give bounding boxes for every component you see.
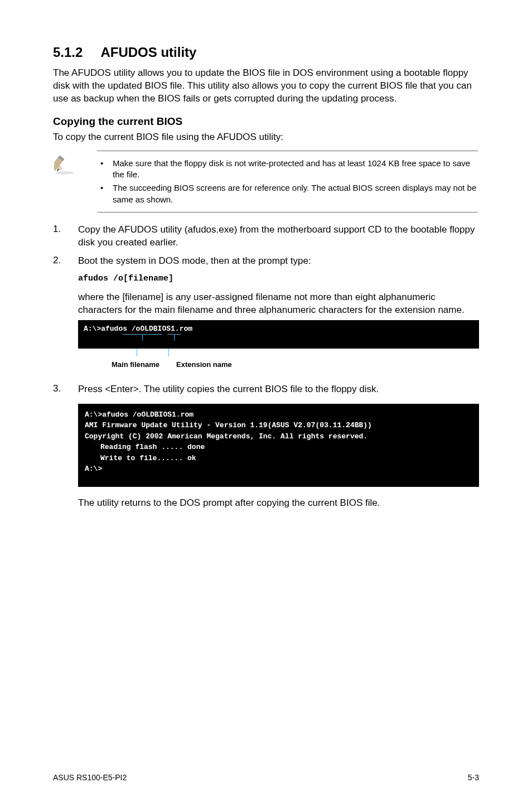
note-block: •Make sure that the floppy disk is not w… bbox=[53, 149, 479, 214]
section-heading: 5.1.2AFUDOS utility bbox=[53, 45, 479, 60]
footer-left: ASUS RS100-E5-PI2 bbox=[53, 773, 127, 782]
page-footer: ASUS RS100-E5-PI2 5-3 bbox=[53, 773, 479, 782]
terminal-line: A:\>afudos /oOLDBIOS1.rom bbox=[85, 409, 472, 421]
code-command: afudos /o[filename] bbox=[78, 273, 479, 284]
annotation-extension-name: Extension name bbox=[176, 351, 232, 370]
annotation-row: Main filename Extension name bbox=[78, 351, 479, 370]
pencil-icon bbox=[54, 167, 81, 177]
intro-paragraph: The AFUDOS utility allows you to update … bbox=[53, 67, 479, 105]
step-item: 1. Copy the AFUDOS utility (afudos.exe) … bbox=[53, 224, 479, 249]
terminal-line: Write to file...... ok bbox=[85, 453, 472, 464]
footer-page-number: 5-3 bbox=[468, 773, 479, 782]
note-text: Make sure that the floppy disk is not wr… bbox=[113, 158, 478, 181]
note-bullets: •Make sure that the floppy disk is not w… bbox=[97, 158, 478, 205]
section-number: 5.1.2 bbox=[53, 45, 83, 60]
note-text: The succeeding BIOS screens are for refe… bbox=[113, 182, 478, 205]
step-number: 1. bbox=[53, 224, 78, 249]
step-number: 2. bbox=[53, 255, 78, 378]
terminal-line: Reading flash ..... done bbox=[85, 442, 472, 453]
step-tail-text: where the [filename] is any user-assigne… bbox=[78, 291, 479, 317]
terminal-line: AMI Firmware Update Utility - Version 1.… bbox=[85, 420, 472, 431]
bullet-icon: • bbox=[97, 158, 113, 181]
terminal-output: A:\>afudos /oOLDBIOS1.rom AMI Firmware U… bbox=[78, 404, 479, 487]
step-number: 3. bbox=[53, 383, 78, 515]
section-title: AFUDOS utility bbox=[100, 45, 196, 60]
bullet-icon: • bbox=[97, 182, 113, 205]
terminal-line: A:\>afudos /oOLDBIOS1.rom bbox=[84, 323, 473, 335]
svg-point-0 bbox=[55, 171, 74, 175]
step-text: Copy the AFUDOS utility (afudos.exe) fro… bbox=[78, 224, 479, 249]
terminal-output: A:\>afudos /oOLDBIOS1.rom bbox=[78, 320, 479, 349]
step-item: 2. Boot the system in DOS mode, then at … bbox=[53, 255, 479, 378]
closing-text: The utility returns to the DOS prompt af… bbox=[78, 497, 479, 510]
terminal-line: Copyright (C) 2002 American Megatrends, … bbox=[85, 431, 472, 442]
step-text: Press <Enter>. The utility copies the cu… bbox=[78, 383, 479, 396]
terminal-line: A:\> bbox=[85, 463, 472, 475]
step-text: Boot the system in DOS mode, then at the… bbox=[78, 255, 479, 268]
annotation-main-filename: Main filename bbox=[97, 351, 159, 370]
step-item: 3. Press <Enter>. The utility copies the… bbox=[53, 383, 479, 515]
note-item: •Make sure that the floppy disk is not w… bbox=[97, 158, 478, 181]
subsection-heading: Copying the current BIOS bbox=[53, 115, 479, 128]
note-item: •The succeeding BIOS screens are for ref… bbox=[97, 182, 478, 205]
steps-list: 1. Copy the AFUDOS utility (afudos.exe) … bbox=[53, 224, 479, 515]
subsection-lead: To copy the current BIOS file using the … bbox=[53, 131, 479, 144]
